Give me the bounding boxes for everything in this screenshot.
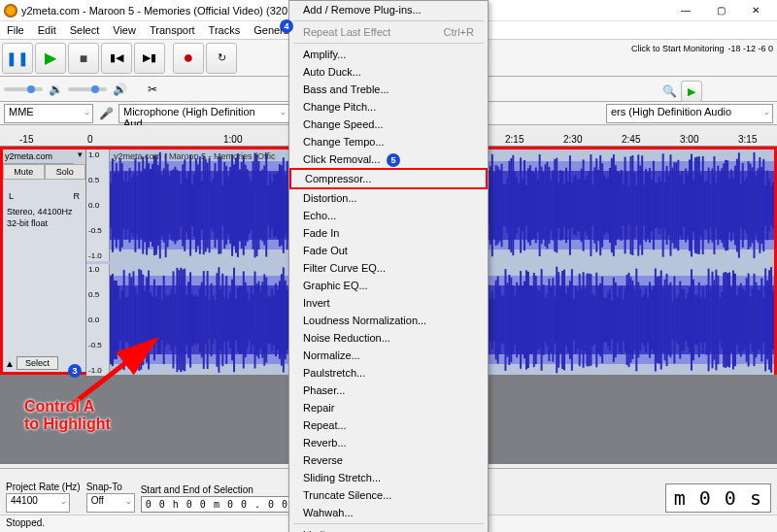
- audio-host-dropdown[interactable]: MME: [4, 104, 93, 123]
- svg-rect-589: [552, 278, 554, 362]
- menu-item-normalize[interactable]: Normalize...: [289, 347, 488, 364]
- menu-item-phaser[interactable]: Phaser...: [289, 382, 488, 399]
- svg-rect-409: [211, 283, 213, 356]
- track-name[interactable]: y2meta.com: [3, 150, 74, 164]
- svg-rect-646: [660, 270, 662, 369]
- svg-rect-259: [595, 158, 597, 251]
- stop-button[interactable]: ■: [68, 43, 99, 74]
- menu-item-distortion[interactable]: Distortion...: [289, 189, 488, 207]
- svg-rect-58: [214, 163, 216, 248]
- menu-item-sliding-stretch[interactable]: Sliding Stretch...: [289, 469, 488, 486]
- menu-item-wahwah[interactable]: Wahwah...: [289, 504, 488, 521]
- svg-rect-245: [569, 155, 571, 255]
- scissors-icon[interactable]: ✂: [144, 83, 161, 96]
- menu-edit[interactable]: Edit: [31, 22, 63, 38]
- menu-item-limiter[interactable]: Limiter...: [289, 526, 488, 532]
- svg-rect-598: [569, 281, 571, 359]
- menu-item-fade-out[interactable]: Fade Out: [289, 242, 488, 259]
- playback-device-dropdown[interactable]: ers (High Definition Audio: [606, 104, 773, 123]
- solo-button[interactable]: Solo: [45, 164, 86, 180]
- svg-rect-4: [112, 158, 114, 252]
- menu-item-paulstretch[interactable]: Paulstretch...: [289, 364, 488, 382]
- playback-vol-slider[interactable]: [4, 87, 43, 91]
- meter-click-label[interactable]: Click to Start Monitoring: [631, 44, 725, 53]
- svg-rect-421: [233, 268, 235, 373]
- track-menu-arrow-icon[interactable]: ▾: [74, 150, 85, 164]
- svg-rect-669: [704, 297, 706, 343]
- menu-item-auto-duck[interactable]: Auto Duck...: [289, 63, 488, 81]
- menu-item-echo[interactable]: Echo...: [289, 207, 488, 224]
- snap-to-dropdown[interactable]: Off: [86, 493, 135, 513]
- svg-rect-66: [229, 167, 231, 244]
- menu-tracks[interactable]: Tracks: [202, 22, 248, 38]
- svg-rect-341: [752, 168, 754, 244]
- skip-end-button[interactable]: ▶▮: [134, 43, 165, 74]
- track-select-button[interactable]: Select: [17, 356, 58, 370]
- pan-slider[interactable]: L R: [3, 187, 85, 205]
- svg-rect-59: [216, 173, 218, 239]
- record-vol-slider[interactable]: [68, 87, 107, 91]
- menu-file[interactable]: File: [0, 22, 31, 38]
- menu-item-compressor[interactable]: Compressor...: [289, 168, 488, 189]
- record-device-dropdown[interactable]: Microphone (High Definition Aud: [118, 104, 289, 123]
- menu-item-fade-in[interactable]: Fade In: [289, 224, 488, 242]
- maximize-button[interactable]: ▢: [703, 0, 738, 21]
- pause-button[interactable]: ❚❚: [2, 43, 33, 74]
- svg-rect-241: [561, 171, 563, 239]
- play-button[interactable]: ▶: [35, 43, 66, 74]
- speaker2-mini-icon: 🔊: [111, 83, 128, 96]
- svg-rect-586: [546, 293, 548, 346]
- svg-rect-211: [504, 184, 506, 226]
- svg-rect-571: [518, 285, 520, 354]
- menu-item-truncate-silence[interactable]: Truncate Silence...: [289, 486, 488, 504]
- svg-rect-392: [178, 270, 180, 370]
- menu-item-amplify[interactable]: Amplify...: [289, 46, 488, 63]
- svg-rect-280: [635, 185, 637, 225]
- menu-transport[interactable]: Transport: [143, 22, 202, 38]
- svg-rect-391: [176, 268, 178, 372]
- menu-view[interactable]: View: [106, 22, 143, 38]
- svg-rect-676: [717, 276, 719, 364]
- svg-rect-244: [567, 182, 569, 229]
- svg-rect-299: [671, 168, 673, 244]
- menu-item-repair[interactable]: Repair: [289, 399, 488, 416]
- record-button[interactable]: ●: [173, 43, 204, 74]
- svg-rect-556: [490, 298, 491, 342]
- menu-item-change-pitch[interactable]: Change Pitch...: [289, 98, 488, 116]
- svg-rect-350: [768, 180, 770, 232]
- menu-item-change-tempo[interactable]: Change Tempo...: [289, 133, 488, 150]
- menu-item-reverse[interactable]: Reverse: [289, 451, 488, 469]
- menu-item-invert[interactable]: Invert: [289, 294, 488, 312]
- zoom-icon[interactable]: 🔍: [660, 84, 678, 98]
- svg-rect-401: [195, 294, 197, 345]
- svg-rect-77: [251, 181, 253, 230]
- project-rate-dropdown[interactable]: 44100: [6, 493, 70, 513]
- collapse-arrow-icon[interactable]: ▲: [5, 358, 15, 369]
- mini-play-button[interactable]: ▶: [681, 81, 702, 102]
- menu-item-loudness-normalization[interactable]: Loudness Normalization...: [289, 312, 488, 329]
- svg-rect-441: [271, 289, 273, 351]
- menu-item-repeat[interactable]: Repeat...: [289, 416, 488, 434]
- loop-button[interactable]: ↻: [206, 43, 237, 74]
- pan-left-label: L: [9, 191, 14, 201]
- menu-item-graphic-eq[interactable]: Graphic EQ...: [289, 277, 488, 294]
- menu-item-noise-reduction[interactable]: Noise Reduction...: [289, 329, 488, 347]
- menu-item-change-speed[interactable]: Change Speed...: [289, 116, 488, 133]
- skip-start-button[interactable]: ▮◀: [101, 43, 132, 74]
- mute-button[interactable]: Mute: [3, 164, 45, 180]
- menu-item-filter-curve-eq[interactable]: Filter Curve EQ...: [289, 259, 488, 277]
- menu-item-bass-treble[interactable]: Bass and Treble...: [289, 81, 488, 98]
- svg-rect-584: [543, 284, 545, 355]
- close-button[interactable]: ✕: [738, 0, 773, 21]
- menu-item-add-remove-plugins[interactable]: Add / Remove Plug-ins...: [289, 1, 488, 18]
- svg-rect-310: [693, 179, 694, 231]
- svg-rect-82: [259, 172, 261, 239]
- svg-rect-47: [193, 174, 195, 237]
- svg-rect-303: [679, 175, 681, 236]
- minimize-button[interactable]: —: [668, 0, 703, 21]
- svg-rect-439: [267, 296, 269, 343]
- menu-select[interactable]: Select: [63, 22, 107, 38]
- svg-rect-88: [271, 183, 273, 229]
- menu-item-reverb[interactable]: Reverb...: [289, 434, 488, 451]
- annotation-hint: Control A to Highlight: [24, 398, 111, 432]
